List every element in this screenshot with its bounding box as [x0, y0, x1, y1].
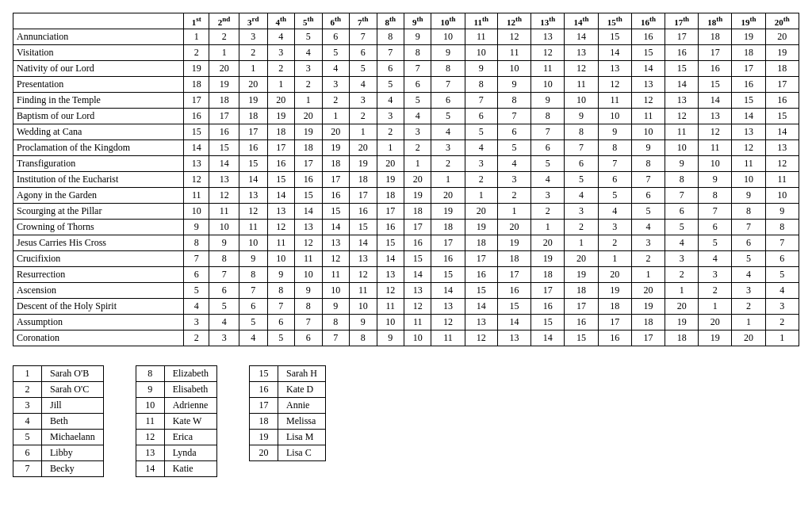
cell-value: 16: [209, 124, 239, 139]
cell-value: 18: [465, 235, 497, 250]
cell-value: 9: [404, 29, 431, 44]
cell-value: 2: [184, 330, 209, 346]
cell-value: 13: [631, 76, 665, 92]
cell-value: 16: [498, 282, 531, 298]
table-row: Descent of the Holy Spirit45678910111213…: [13, 298, 799, 314]
legend-number: 13: [136, 445, 164, 460]
cell-value: 16: [631, 29, 665, 44]
cell-value: 13: [322, 235, 349, 250]
cell-value: 6: [239, 298, 267, 314]
cell-value: 15: [465, 282, 497, 298]
legend-table-1: 1Sarah O'B2Sarah O'C3Jill4Beth5Michaelan…: [13, 365, 104, 477]
legend-number: 15: [249, 365, 278, 381]
cell-value: 10: [377, 314, 404, 330]
legend-name: Annie: [278, 397, 325, 413]
cell-value: 19: [404, 187, 431, 203]
legend-number: 6: [13, 445, 42, 460]
list-item: 10Adrienne: [136, 397, 216, 413]
table-row: Wedding at Cana1516171819201234567891011…: [13, 124, 799, 139]
legend-name: Michaelann: [42, 429, 104, 445]
cell-value: 15: [565, 330, 598, 346]
cell-value: 15: [631, 44, 665, 60]
cell-value: 7: [665, 187, 699, 203]
legend-number: 20: [249, 445, 278, 460]
cell-value: 3: [699, 266, 732, 282]
cell-value: 19: [267, 108, 294, 124]
cell-value: 14: [404, 266, 431, 282]
cell-value: 18: [239, 108, 267, 124]
cell-value: 14: [209, 155, 239, 171]
cell-value: 18: [699, 29, 732, 44]
cell-value: 3: [404, 124, 431, 139]
cell-value: 12: [531, 44, 565, 60]
table-row: Crucifixion78910111213141516171819201234…: [13, 250, 799, 266]
cell-value: 10: [295, 266, 322, 282]
cell-value: 5: [184, 282, 209, 298]
cell-value: 15: [699, 76, 732, 92]
cell-value: 11: [209, 203, 239, 219]
table-row: Resurrection6789101112131415161718192012…: [13, 266, 799, 282]
cell-value: 16: [565, 314, 598, 330]
legend-number: 11: [136, 413, 164, 429]
cell-value: 6: [665, 203, 699, 219]
cell-value: 8: [404, 44, 431, 60]
cell-value: 4: [465, 139, 497, 155]
cell-value: 16: [598, 330, 631, 346]
cell-value: 12: [465, 330, 497, 346]
cell-value: 17: [184, 92, 209, 108]
cell-value: 1: [631, 266, 665, 282]
table-row: Scourging at the Pillar10111213141516171…: [13, 203, 799, 219]
cell-value: 7: [184, 250, 209, 266]
cell-value: 14: [267, 187, 294, 203]
list-item: 15Sarah H: [249, 365, 325, 381]
cell-value: 20: [765, 29, 799, 44]
cell-value: 20: [665, 298, 699, 314]
cell-value: 18: [404, 203, 431, 219]
cell-value: 10: [598, 108, 631, 124]
cell-value: 14: [295, 203, 322, 219]
list-item: 19Lisa M: [249, 429, 325, 445]
col-header: 3rd: [239, 13, 267, 29]
cell-value: 9: [377, 330, 404, 346]
col-header: 1st: [184, 13, 209, 29]
cell-value: 3: [377, 108, 404, 124]
cell-value: 8: [732, 203, 765, 219]
cell-value: 7: [498, 108, 531, 124]
cell-value: 3: [295, 60, 322, 76]
col-header: 7th: [350, 13, 377, 29]
cell-value: 4: [267, 29, 294, 44]
list-item: 2Sarah O'C: [13, 381, 104, 397]
table-row: Agony in the Garden111213141516171819201…: [13, 187, 799, 203]
cell-value: 12: [732, 139, 765, 155]
cell-value: 10: [631, 124, 665, 139]
cell-value: 2: [498, 187, 531, 203]
cell-value: 8: [699, 187, 732, 203]
cell-value: 3: [765, 298, 799, 314]
cell-value: 15: [531, 314, 565, 330]
cell-value: 6: [598, 171, 631, 187]
cell-value: 15: [295, 187, 322, 203]
cell-value: 15: [404, 250, 431, 266]
table-row: Finding in the Temple1718192012345678910…: [13, 92, 799, 108]
mystery-name: Annunciation: [13, 29, 184, 44]
cell-value: 3: [732, 282, 765, 298]
cell-value: 12: [350, 266, 377, 282]
cell-value: 5: [531, 155, 565, 171]
cell-value: 2: [350, 108, 377, 124]
cell-value: 2: [598, 235, 631, 250]
cell-value: 15: [665, 60, 699, 76]
table-row: Ascension5678910111213141516171819201234: [13, 282, 799, 298]
list-item: 6Libby: [13, 445, 104, 460]
cell-value: 2: [765, 314, 799, 330]
cell-value: 2: [431, 155, 465, 171]
cell-value: 6: [267, 314, 294, 330]
cell-value: 14: [377, 250, 404, 266]
cell-value: 16: [732, 76, 765, 92]
cell-value: 7: [699, 203, 732, 219]
cell-value: 13: [598, 60, 631, 76]
cell-value: 12: [431, 314, 465, 330]
cell-value: 8: [465, 76, 497, 92]
cell-value: 19: [665, 314, 699, 330]
cell-value: 15: [765, 108, 799, 124]
cell-value: 9: [239, 250, 267, 266]
